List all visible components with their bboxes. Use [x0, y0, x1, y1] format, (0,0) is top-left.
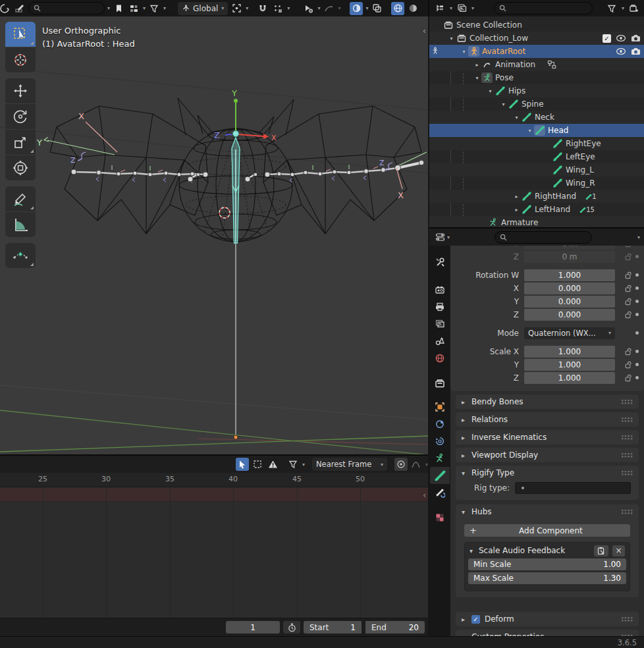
pivot-chevron[interactable]: ▾ [246, 5, 248, 11]
interpolation-chevron[interactable]: ▾ [425, 462, 428, 468]
search-dropdown-chevron[interactable]: ▾ [107, 5, 110, 11]
outliner-row-head[interactable]: ▾ Head [429, 124, 644, 137]
sync-mode-dropdown[interactable]: Nearest Frame ▾ [312, 458, 387, 471]
tool-transform[interactable] [5, 155, 36, 180]
expander-icon[interactable]: ▾ [525, 128, 534, 134]
tool-measure[interactable] [5, 212, 36, 237]
properties-options-chevron[interactable]: ▾ [637, 234, 640, 240]
outliner-row-wing-r[interactable]: Wing_R [429, 176, 644, 190]
viewport-canvas[interactable]: Y X Z X Y Z Z X [0, 16, 428, 454]
hide-viewport-eye-icon[interactable] [616, 34, 626, 42]
rotation-x-field[interactable]: 0.000 [524, 283, 615, 294]
panel-relations[interactable]: ▸ Relations [456, 412, 639, 427]
panel-inverse-kinematics[interactable]: ▸ Inverse Kinematics [456, 430, 639, 445]
display-mode-icon[interactable] [455, 2, 468, 15]
timeline-warning-icon[interactable] [266, 458, 279, 471]
lock-open-icon[interactable] [625, 246, 632, 248]
outliner-search-input[interactable] [494, 2, 593, 14]
transform-orientation-dropdown[interactable]: Global ▾ [178, 2, 228, 15]
expander-icon[interactable]: ▸ [473, 62, 481, 68]
active-tool-icon[interactable] [0, 2, 11, 15]
location-z-field[interactable]: 0 m [524, 251, 615, 263]
frame-start-field[interactable]: Start 1 [304, 621, 362, 634]
animate-dot[interactable] [635, 376, 639, 379]
animate-dot[interactable] [635, 273, 639, 277]
animate-dot[interactable] [635, 350, 639, 353]
timeline-tracks-area[interactable]: ‹ [0, 488, 428, 618]
tool-pose-breakdowner[interactable] [5, 243, 36, 268]
animate-dot[interactable] [635, 300, 639, 303]
tab-object-data[interactable] [430, 450, 450, 467]
current-frame-field[interactable]: 1 [226, 621, 280, 634]
outliner-row-spine[interactable]: ▾ Spine [429, 97, 644, 111]
bookmark-icon[interactable] [112, 2, 125, 15]
timeline-box-select-icon[interactable] [251, 458, 264, 471]
snap-chevron[interactable]: ▾ [287, 5, 290, 11]
expander-icon[interactable]: ▾ [512, 115, 521, 121]
collection-checkbox[interactable]: ✓ [603, 34, 611, 43]
panel-deform[interactable]: ▸ ✓ Deform [456, 612, 639, 626]
lock-open-icon[interactable] [625, 348, 632, 356]
pivot-point-icon[interactable] [230, 2, 243, 15]
animate-dot[interactable] [635, 313, 639, 316]
rotation-y-field[interactable]: 0.000 [524, 296, 615, 308]
editor-type-outliner-icon[interactable] [433, 2, 446, 15]
panel-drag-grip[interactable] [621, 616, 633, 622]
tab-render[interactable] [430, 281, 450, 298]
outliner-row-scene-collection[interactable]: Scene Collection [429, 18, 644, 32]
outliner-row-lefthand[interactable]: ▸ LeftHand 15 [429, 203, 644, 216]
shading-solid-icon[interactable] [406, 2, 419, 15]
outliner-row-animation[interactable]: ▸ Animation [429, 58, 644, 71]
tool-annotate[interactable] [5, 186, 36, 211]
expander-icon[interactable]: ▾ [473, 75, 481, 81]
animate-dot[interactable] [635, 286, 639, 290]
cursor-3d[interactable] [219, 207, 230, 218]
panel-bendy-bones[interactable]: ▸ Bendy Bones [456, 394, 639, 409]
filter-chevron[interactable]: ▾ [163, 5, 166, 11]
tool-rotate[interactable] [5, 104, 36, 129]
lock-open-icon[interactable] [625, 311, 632, 319]
copy-component-button[interactable] [594, 545, 608, 556]
head-bone-selected[interactable] [232, 138, 240, 243]
tab-scene[interactable] [430, 333, 450, 350]
panel-drag-grip[interactable] [621, 435, 633, 440]
outliner-filter-chevron[interactable]: ▾ [622, 5, 624, 11]
lock-open-icon[interactable] [625, 253, 632, 261]
tab-modifiers[interactable] [430, 416, 450, 433]
panel-viewport-display[interactable]: ▸ Viewport Display [456, 448, 639, 462]
xray-toggle-icon[interactable] [370, 2, 383, 15]
rig-type-field[interactable] [515, 482, 631, 494]
rigify-panel-header[interactable]: ▾ Rigify Type [456, 466, 639, 480]
hubs-panel-header[interactable]: ▾ Hubs [456, 504, 639, 519]
expander-icon[interactable]: ▸ [512, 194, 521, 200]
display-mode-chevron[interactable]: ▾ [471, 5, 474, 11]
filter-icon[interactable] [148, 2, 161, 15]
frame-end-field[interactable]: End 20 [365, 621, 425, 634]
expander-icon[interactable]: ▾ [499, 101, 508, 107]
snap-magnet-icon[interactable] [256, 2, 269, 15]
disable-render-camera-icon[interactable] [631, 47, 641, 55]
outliner-row-righteye[interactable]: RightEye [429, 137, 644, 150]
editor-type-properties-icon[interactable] [433, 230, 446, 244]
outliner-row-wing-l[interactable]: Wing_L [429, 163, 644, 176]
gizmos-chevron[interactable]: ▾ [317, 5, 320, 11]
tab-texture[interactable] [430, 509, 450, 526]
snap-settings-icon[interactable] [271, 2, 284, 15]
editor-type-chevron[interactable]: ▾ [450, 5, 452, 11]
panel-drag-grip[interactable] [621, 399, 633, 404]
expander-icon[interactable]: ▾ [486, 88, 495, 94]
scale-z-field[interactable]: 1.000 [524, 372, 615, 384]
tab-collection[interactable] [430, 375, 450, 392]
add-component-button[interactable]: + Add Component [464, 524, 630, 537]
properties-search-input[interactable] [495, 231, 592, 244]
lock-open-icon[interactable] [625, 298, 632, 306]
tool-settings-brush-icon[interactable] [13, 2, 26, 15]
timeline-tweak-tool-icon[interactable] [236, 458, 249, 471]
use-preview-range-button[interactable] [283, 621, 300, 634]
tab-tool[interactable] [430, 254, 450, 271]
outliner-filter-icon[interactable] [605, 2, 618, 15]
tab-bone-constraints[interactable] [430, 484, 450, 501]
shading-wireframe-icon[interactable] [391, 2, 404, 15]
gizmos-icon[interactable] [302, 2, 315, 15]
lock-open-icon[interactable] [625, 361, 632, 369]
